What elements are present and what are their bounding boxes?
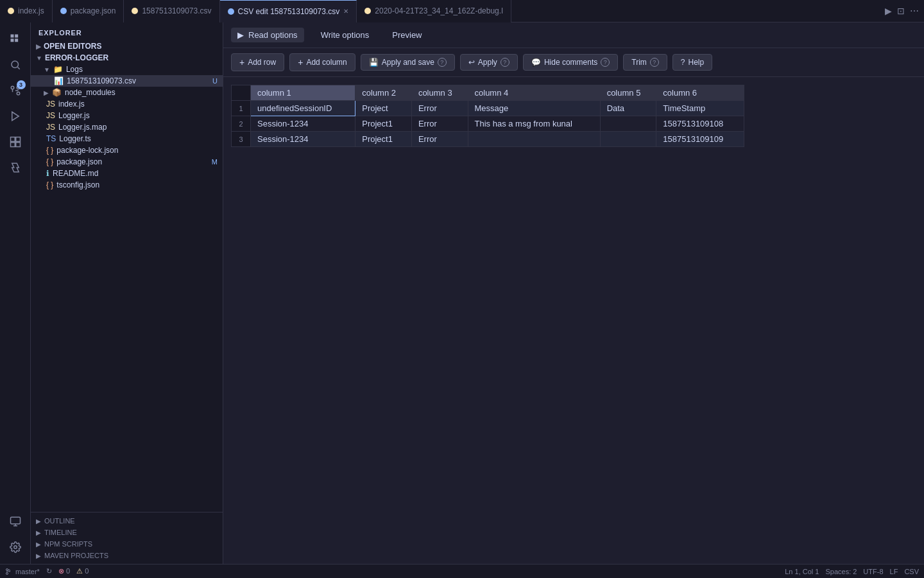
- table-cell[interactable]: [600, 116, 656, 132]
- table-cell[interactable]: [468, 132, 600, 147]
- hide-comments-help[interactable]: ?: [601, 58, 610, 67]
- table-cell[interactable]: Error: [411, 116, 468, 132]
- tab-close-csv-edit[interactable]: ✕: [343, 8, 348, 15]
- table-cell[interactable]: 1587513109109: [656, 132, 744, 147]
- sync-icon[interactable]: ↻: [46, 567, 52, 575]
- table-row: 1undefinedSessionIDProjectErrorMessageDa…: [232, 101, 744, 116]
- trim-help[interactable]: ?: [650, 58, 659, 67]
- tab-split-icon[interactable]: ⊡: [897, 6, 905, 16]
- csv-tab-write-options[interactable]: Write options: [314, 28, 376, 42]
- col-header-2[interactable]: column 2: [355, 85, 412, 101]
- tab-label-index-js: index.js: [18, 6, 44, 15]
- tab-run-icon[interactable]: ▶: [885, 6, 892, 16]
- sidebar-section-open-editors[interactable]: ▶ OPEN EDITORS: [31, 40, 223, 52]
- activity-explorer[interactable]: [4, 28, 27, 51]
- help-button[interactable]: ? Help: [672, 54, 712, 71]
- table-cell[interactable]: Message: [468, 101, 600, 116]
- sidebar-item-readme[interactable]: ℹ README.md: [31, 168, 223, 179]
- svg-rect-9: [10, 517, 20, 524]
- add-row-button[interactable]: + Add row: [231, 53, 284, 71]
- sidebar-item-index-js[interactable]: JS index.js: [31, 98, 223, 110]
- col-header-4[interactable]: column 4: [468, 85, 600, 101]
- table-cell[interactable]: Error: [411, 132, 468, 147]
- activity-settings[interactable]: [4, 536, 27, 559]
- apply-save-help[interactable]: ?: [438, 58, 447, 67]
- svg-point-0: [12, 61, 19, 68]
- hide-comments-button[interactable]: 💬 Hide comments ?: [523, 54, 618, 71]
- tabs-bar: index.js package.json 1587513109073.csv …: [0, 0, 924, 22]
- sidebar-timeline[interactable]: ▶ TIMELINE: [31, 527, 223, 538]
- activity-bottom: [4, 510, 27, 564]
- sidebar-item-csv-file[interactable]: 📊 1587513109073.csv U: [31, 75, 223, 87]
- tab-csv-file[interactable]: 1587513109073.csv: [124, 0, 219, 22]
- activity-run[interactable]: [4, 105, 27, 128]
- sidebar-node-modules[interactable]: ▶ 📦 node_modules: [31, 87, 223, 98]
- tab-icon-js: [8, 8, 14, 14]
- table-cell[interactable]: Session-1234: [251, 116, 355, 132]
- table-cell[interactable]: [600, 132, 656, 147]
- tab-icon-csv-raw: [132, 8, 138, 14]
- open-editors-label: OPEN EDITORS: [44, 42, 101, 51]
- table-cell[interactable]: Error: [411, 101, 468, 116]
- csv-tab-read-options[interactable]: ▶ Read options: [231, 28, 304, 42]
- sidebar-item-pkg-lock[interactable]: { } package-lock.json: [31, 144, 223, 156]
- tab-index-js[interactable]: index.js: [0, 0, 53, 22]
- table-cell[interactable]: Session-1234: [251, 132, 355, 147]
- sidebar-npm-scripts[interactable]: ▶ NPM SCRIPTS: [31, 538, 223, 550]
- sidebar-folder-logs[interactable]: ▼ 📁 Logs: [31, 64, 223, 75]
- activity-bar: 3: [0, 22, 31, 564]
- col-header-6[interactable]: column 6: [656, 85, 744, 101]
- sidebar-item-logger-map[interactable]: JS Logger.js.map: [31, 121, 223, 133]
- pkg-json-badge: M: [212, 158, 218, 166]
- trim-button[interactable]: Trim ?: [623, 54, 667, 71]
- sidebar-item-pkg-json[interactable]: { } package.json M: [31, 156, 223, 168]
- col-header-5[interactable]: column 5: [600, 85, 656, 101]
- apply-button[interactable]: ↩ Apply ?: [460, 54, 518, 71]
- activity-search[interactable]: [4, 53, 27, 76]
- chevron-node-modules: ▶: [44, 89, 49, 96]
- sidebar-item-logger-js[interactable]: JS Logger.js: [31, 110, 223, 121]
- apply-save-button[interactable]: 💾 Apply and save ?: [361, 54, 455, 71]
- add-column-button[interactable]: + Add column: [289, 53, 355, 71]
- table-cell[interactable]: Project: [355, 101, 412, 116]
- tab-csv-edit[interactable]: CSV edit 1587513109073.csv ✕: [220, 0, 357, 22]
- activity-source-control[interactable]: 3: [4, 79, 27, 102]
- npm-scripts-label: NPM SCRIPTS: [44, 540, 92, 548]
- col-header-1[interactable]: column 1: [251, 85, 355, 101]
- row-number: 3: [232, 132, 251, 147]
- plus-col-icon: +: [298, 57, 303, 67]
- activity-remote[interactable]: [4, 510, 27, 533]
- table-cell[interactable]: Data: [600, 101, 656, 116]
- readme-icon: ℹ: [46, 169, 49, 178]
- node-modules-icon: 📦: [52, 88, 62, 97]
- table-cell[interactable]: TimeStamp: [656, 101, 744, 116]
- git-branch[interactable]: master*: [5, 568, 40, 575]
- sidebar-section-error-logger[interactable]: ▼ ERROR-LOGGER: [31, 52, 223, 64]
- tab-more-icon[interactable]: ⋯: [910, 6, 919, 16]
- activity-test[interactable]: [4, 156, 27, 179]
- table-cell[interactable]: undefinedSessionID: [251, 101, 355, 116]
- tab-debug-log[interactable]: 2020-04-21T23_34_14_162Z-debug.l: [357, 0, 511, 22]
- apply-help[interactable]: ?: [501, 58, 509, 67]
- col-header-3[interactable]: column 3: [411, 85, 468, 101]
- sidebar-item-tsconfig[interactable]: { } tsconfig.json: [31, 179, 223, 191]
- tab-package-json[interactable]: package.json: [53, 0, 124, 22]
- csv-tab-preview[interactable]: Preview: [386, 28, 428, 42]
- sidebar-outline[interactable]: ▶ OUTLINE: [31, 515, 223, 527]
- maven-label: MAVEN PROJECTS: [44, 552, 108, 559]
- table-row: 3Session-1234Project1Error1587513109109: [232, 132, 744, 147]
- apply-icon: ↩: [468, 58, 475, 67]
- sidebar-maven[interactable]: ▶ MAVEN PROJECTS: [31, 550, 223, 561]
- table-cell[interactable]: Project1: [355, 116, 412, 132]
- table-cell[interactable]: Project1: [355, 132, 412, 147]
- chevron-error-logger: ▼: [36, 55, 42, 62]
- logger-js-label: Logger.js: [58, 111, 90, 120]
- table-cell[interactable]: 1587513109108: [656, 116, 744, 132]
- tab-icon-debug: [364, 8, 371, 14]
- table-cell[interactable]: This has a msg from kunal: [468, 116, 600, 132]
- status-bar: master* ↻ ⊗ 0 ⚠ 0 Ln 1, Col 1 Spaces: 2 …: [0, 564, 924, 578]
- logger-map-icon: JS: [46, 123, 55, 132]
- activity-extensions[interactable]: [4, 130, 27, 153]
- pkg-lock-label: package-lock.json: [56, 146, 118, 155]
- sidebar-item-logger-ts[interactable]: TS Logger.ts: [31, 133, 223, 144]
